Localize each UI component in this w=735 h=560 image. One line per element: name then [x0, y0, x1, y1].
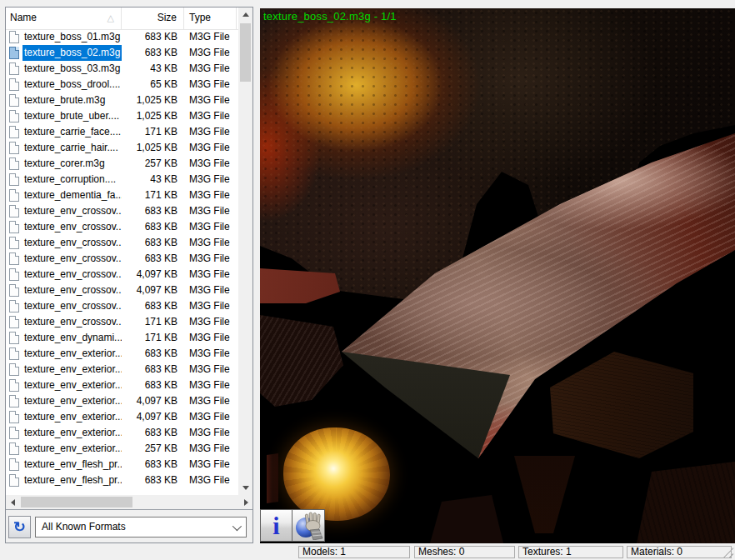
file-row[interactable]: texture_env_crossov...683 KBM3G File [6, 203, 238, 219]
texture-preview[interactable]: texture_boss_02.m3g - 1/1 [260, 8, 735, 543]
column-header-size[interactable]: Size [122, 8, 184, 29]
file-row[interactable]: texture_boss_01.m3g683 KBM3G File [6, 29, 238, 45]
file-icon [9, 379, 19, 392]
file-icon [9, 47, 19, 59]
file-name: texture_corer.m3g [22, 156, 122, 172]
file-size: 171 KB [122, 124, 184, 140]
file-icon [9, 268, 19, 281]
file-size: 683 KB [122, 472, 184, 488]
format-bar: ↻ All Known Formats [6, 509, 252, 542]
file-row[interactable]: texture_env_exterior...683 KBM3G File [6, 346, 238, 362]
file-row[interactable]: texture_env_crossov...171 KBM3G File [6, 314, 238, 330]
file-row[interactable]: texture_env_exterior...683 KBM3G File [6, 378, 238, 393]
file-row[interactable]: texture_boss_03.m3g43 KBM3G File [6, 61, 238, 77]
file-row[interactable]: texture_env_crossov...683 KBM3G File [6, 219, 238, 235]
file-size: 4,097 KB [122, 267, 184, 282]
file-type: M3G File [184, 172, 237, 188]
file-icon [9, 427, 19, 439]
file-size: 4,097 KB [122, 409, 184, 425]
file-icon [9, 94, 19, 107]
file-size: 683 KB [122, 235, 184, 251]
file-icon [9, 284, 19, 297]
file-icon [9, 31, 19, 43]
file-row[interactable]: texture_brute.m3g1,025 KBM3G File [6, 92, 238, 108]
app-window: Name △ Size Type texture_boss_01.m3g683 … [0, 0, 735, 560]
vertical-scrollbar-thumb[interactable] [240, 23, 251, 82]
file-row[interactable]: texture_dementia_fa...171 KBM3G File [6, 188, 238, 203]
file-type: M3G File [184, 441, 237, 457]
list-header: Name △ Size Type [6, 8, 238, 30]
file-size: 1,025 KB [122, 140, 184, 156]
vertical-scrollbar[interactable] [238, 8, 252, 495]
file-size: 171 KB [122, 188, 184, 203]
file-type: M3G File [184, 346, 237, 362]
file-name: texture_env_crossov... [22, 267, 122, 282]
file-icon [9, 474, 19, 487]
file-type: M3G File [184, 282, 237, 298]
scroll-right-button[interactable] [238, 495, 252, 508]
column-header-type[interactable]: Type [184, 8, 237, 29]
material-preview-button[interactable] [292, 509, 325, 542]
file-row[interactable]: texture_carrie_face....171 KBM3G File [6, 124, 238, 140]
file-row[interactable]: texture_boss_drool....65 KBM3G File [6, 77, 238, 92]
file-row[interactable]: texture_env_dynami...171 KBM3G File [6, 330, 238, 346]
file-row[interactable]: texture_env_exterior...683 KBM3G File [6, 362, 238, 378]
status-materials: Materials: 0 [627, 546, 732, 558]
file-icon [9, 395, 19, 408]
file-row[interactable]: texture_env_exterior...4,097 KBM3G File [6, 393, 238, 409]
file-row[interactable]: texture_env_flesh_pr...683 KBM3G File [6, 472, 238, 488]
info-button[interactable]: i [260, 509, 292, 542]
horizontal-scrollbar-thumb[interactable] [21, 497, 132, 508]
file-icon [9, 173, 19, 186]
file-type: M3G File [184, 92, 237, 108]
format-filter-select[interactable]: All Known Formats [35, 517, 247, 538]
horizontal-scrollbar[interactable] [6, 495, 252, 508]
chevron-down-icon [242, 486, 249, 490]
file-type: M3G File [184, 124, 237, 140]
file-row[interactable]: texture_env_exterior...683 KBM3G File [6, 425, 238, 441]
chevron-up-icon [242, 12, 249, 17]
file-row[interactable]: texture_carrie_hair....1,025 KBM3G File [6, 140, 238, 156]
scroll-up-button[interactable] [238, 8, 252, 22]
file-name: texture_brute.m3g [22, 92, 122, 108]
file-row[interactable]: texture_corer.m3g257 KBM3G File [6, 156, 238, 172]
file-name: texture_env_exterior... [22, 393, 122, 409]
file-row[interactable]: texture_env_exterior...4,097 KBM3G File [6, 409, 238, 425]
file-size: 43 KB [122, 172, 184, 188]
file-row[interactable]: texture_env_crossov...4,097 KBM3G File [6, 282, 238, 298]
file-size: 683 KB [122, 378, 184, 393]
status-bar: Models: 1 Meshes: 0 Textures: 1 Material… [0, 543, 735, 560]
file-row[interactable]: texture_brute_uber....1,025 KBM3G File [6, 108, 238, 124]
scroll-down-button[interactable] [238, 481, 252, 495]
file-name: texture_brute_uber.... [22, 108, 122, 124]
refresh-button[interactable]: ↻ [8, 516, 31, 538]
file-row[interactable]: texture_env_flesh_pr...683 KBM3G File [6, 457, 238, 472]
file-icon [9, 189, 19, 202]
file-row[interactable]: texture_corruption....43 KBM3G File [6, 172, 238, 188]
file-row[interactable]: texture_boss_02.m3g683 KBM3G File [6, 45, 238, 61]
file-size: 683 KB [122, 362, 184, 378]
file-name: texture_env_exterior... [22, 346, 122, 362]
column-header-name[interactable]: Name △ [6, 8, 122, 29]
file-size: 65 KB [122, 77, 184, 92]
file-size: 4,097 KB [122, 393, 184, 409]
file-row[interactable]: texture_env_exterior...257 KBM3G File [6, 441, 238, 457]
file-type: M3G File [184, 108, 237, 124]
file-size: 257 KB [122, 156, 184, 172]
file-row[interactable]: texture_env_crossov...4,097 KBM3G File [6, 267, 238, 282]
file-name: texture_env_crossov... [22, 314, 122, 330]
chevron-left-icon [11, 499, 15, 506]
status-textures: Textures: 1 [518, 546, 623, 558]
file-row[interactable]: texture_env_crossov...683 KBM3G File [6, 251, 238, 267]
file-icon [9, 332, 19, 344]
column-label-type: Type [189, 12, 211, 23]
scroll-left-button[interactable] [6, 495, 20, 508]
file-icon [9, 458, 19, 471]
file-type: M3G File [184, 188, 237, 203]
file-icon [9, 348, 19, 360]
texture-shape-glow-orb [283, 428, 390, 521]
file-size: 683 KB [122, 45, 184, 61]
file-row[interactable]: texture_env_crossov...683 KBM3G File [6, 235, 238, 251]
file-type: M3G File [184, 472, 237, 488]
file-row[interactable]: texture_env_crossov...683 KBM3G File [6, 298, 238, 314]
